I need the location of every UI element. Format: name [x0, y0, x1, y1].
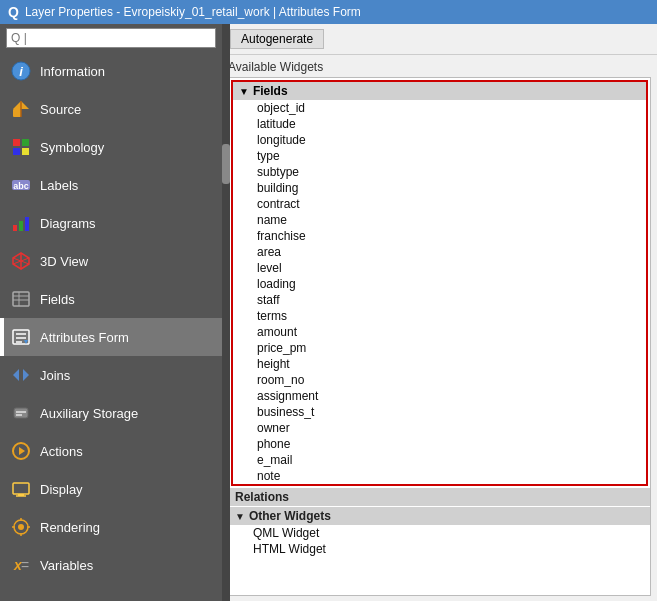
- attributes-form-label: Attributes Form: [40, 330, 129, 345]
- window-title: Layer Properties - Evropeiskiy_01_retail…: [25, 5, 361, 19]
- sidebar-item-rendering[interactable]: Rendering: [0, 508, 222, 546]
- right-panel: Autogenerate Available Widgets ▼ Fields …: [222, 24, 657, 601]
- sidebar-item-fields[interactable]: Fields: [0, 280, 222, 318]
- display-label: Display: [40, 482, 83, 497]
- field-item[interactable]: name: [233, 212, 646, 228]
- diagrams-label: Diagrams: [40, 216, 96, 231]
- field-item[interactable]: level: [233, 260, 646, 276]
- display-icon: [10, 478, 32, 500]
- sidebar-item-variables[interactable]: x = Variables: [0, 546, 222, 584]
- widget-tree[interactable]: ▼ Fields object_idlatitudelongitudetypes…: [228, 77, 651, 596]
- field-item[interactable]: staff: [233, 292, 646, 308]
- svg-text:abc: abc: [13, 181, 29, 191]
- svg-marker-27: [13, 369, 19, 381]
- sidebar-item-joins[interactable]: Joins: [0, 356, 222, 394]
- sidebar-item-information[interactable]: i Information: [0, 52, 222, 90]
- available-widgets-panel: Available Widgets ▼ Fields object_idlati…: [222, 55, 657, 601]
- sidebar-item-auxiliary-storage[interactable]: Auxiliary Storage: [0, 394, 222, 432]
- relations-header[interactable]: Relations: [229, 488, 650, 506]
- sidebar-item-3dview[interactable]: 3D View: [0, 242, 222, 280]
- field-item[interactable]: area: [233, 244, 646, 260]
- svg-marker-33: [19, 447, 25, 455]
- sidebar-item-labels[interactable]: abc Labels: [0, 166, 222, 204]
- svg-rect-31: [16, 414, 22, 416]
- svg-rect-34: [13, 483, 29, 494]
- autogenerate-button[interactable]: Autogenerate: [230, 29, 324, 49]
- field-item[interactable]: subtype: [233, 164, 646, 180]
- app-icon: Q: [8, 4, 19, 20]
- field-item[interactable]: terms: [233, 308, 646, 324]
- field-item[interactable]: room_no: [233, 372, 646, 388]
- field-item[interactable]: amount: [233, 324, 646, 340]
- svg-rect-11: [13, 225, 17, 231]
- sidebar-item-attributes-form[interactable]: Attributes Form: [0, 318, 222, 356]
- fields-icon: [10, 288, 32, 310]
- svg-point-38: [18, 524, 24, 530]
- 3dview-label: 3D View: [40, 254, 88, 269]
- field-item[interactable]: franchise: [233, 228, 646, 244]
- fields-section-header[interactable]: ▼ Fields: [233, 82, 646, 100]
- fields-section-label: Fields: [253, 84, 288, 98]
- information-icon: i: [10, 60, 32, 82]
- sidebar-item-actions[interactable]: Actions: [0, 432, 222, 470]
- autogenerate-bar: Autogenerate: [222, 24, 657, 55]
- available-widgets-label: Available Widgets: [228, 60, 651, 74]
- attributes-form-icon: [10, 326, 32, 348]
- svg-rect-30: [16, 411, 26, 413]
- other-widgets-arrow: ▼: [235, 511, 245, 522]
- symbology-label: Symbology: [40, 140, 104, 155]
- sidebar-item-display[interactable]: Display: [0, 470, 222, 508]
- sidebar-item-symbology[interactable]: Symbology: [0, 128, 222, 166]
- svg-rect-5: [13, 139, 20, 146]
- other-widgets-header[interactable]: ▼ Other Widgets: [229, 507, 650, 525]
- field-item[interactable]: assignment: [233, 388, 646, 404]
- joins-icon: [10, 364, 32, 386]
- other-widget-item[interactable]: QML Widget: [229, 525, 650, 541]
- fields-label: Fields: [40, 292, 75, 307]
- source-icon: [10, 98, 32, 120]
- symbology-icon: [10, 136, 32, 158]
- variables-label: Variables: [40, 558, 93, 573]
- field-item[interactable]: contract: [233, 196, 646, 212]
- field-item[interactable]: price_pm: [233, 340, 646, 356]
- title-bar: Q Layer Properties - Evropeiskiy_01_reta…: [0, 0, 657, 24]
- field-item[interactable]: latitude: [233, 116, 646, 132]
- other-widget-item[interactable]: HTML Widget: [229, 541, 650, 557]
- field-item[interactable]: owner: [233, 420, 646, 436]
- fields-section: ▼ Fields object_idlatitudelongitudetypes…: [231, 80, 648, 486]
- information-label: Information: [40, 64, 105, 79]
- field-item[interactable]: phone: [233, 436, 646, 452]
- svg-rect-6: [22, 139, 29, 146]
- auxiliary-storage-label: Auxiliary Storage: [40, 406, 138, 421]
- field-item[interactable]: height: [233, 356, 646, 372]
- svg-rect-18: [13, 292, 29, 306]
- diagrams-icon: [10, 212, 32, 234]
- relations-label: Relations: [235, 490, 289, 504]
- other-widgets-list: QML WidgetHTML Widget: [229, 525, 650, 557]
- sidebar: i Information Source: [0, 24, 222, 601]
- sidebar-item-source[interactable]: Source: [0, 90, 222, 128]
- scroll-thumb: [222, 144, 230, 184]
- field-item[interactable]: note: [233, 468, 646, 484]
- labels-label: Labels: [40, 178, 78, 193]
- auxiliary-storage-icon: [10, 402, 32, 424]
- field-item[interactable]: e_mail: [233, 452, 646, 468]
- sidebar-scrollbar[interactable]: [222, 24, 230, 601]
- field-item[interactable]: business_t: [233, 404, 646, 420]
- field-item[interactable]: building: [233, 180, 646, 196]
- svg-rect-8: [22, 148, 29, 155]
- actions-label: Actions: [40, 444, 83, 459]
- variables-icon: x =: [10, 554, 32, 576]
- field-item[interactable]: longitude: [233, 132, 646, 148]
- field-item[interactable]: type: [233, 148, 646, 164]
- fields-list: object_idlatitudelongitudetypesubtypebui…: [233, 100, 646, 484]
- sidebar-item-diagrams[interactable]: Diagrams: [0, 204, 222, 242]
- search-input[interactable]: [6, 28, 216, 48]
- field-item[interactable]: loading: [233, 276, 646, 292]
- svg-rect-2: [13, 109, 21, 117]
- field-item[interactable]: object_id: [233, 100, 646, 116]
- svg-text:=: =: [21, 557, 29, 573]
- rendering-label: Rendering: [40, 520, 100, 535]
- search-bar: [0, 24, 222, 52]
- source-label: Source: [40, 102, 81, 117]
